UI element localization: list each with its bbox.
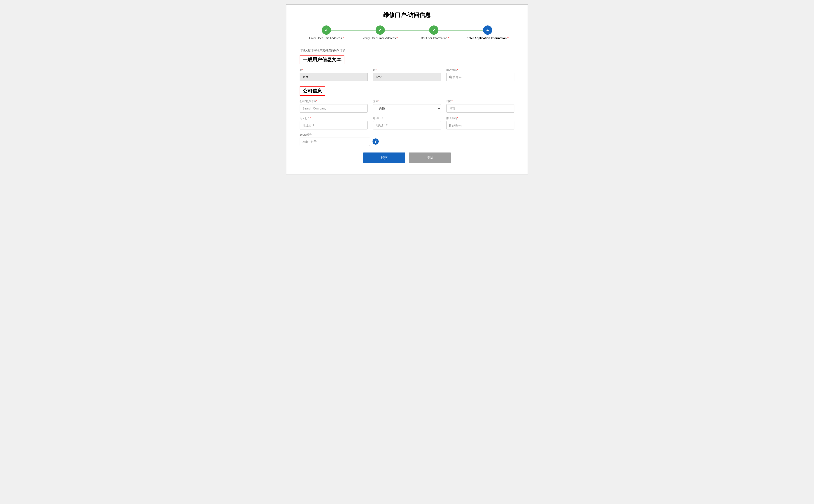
- address1-group: 地址行 1*: [300, 117, 368, 129]
- address2-input[interactable]: [373, 121, 441, 129]
- first-name-label: 名*: [300, 68, 368, 72]
- address1-input[interactable]: [300, 121, 368, 129]
- step2-checkmark: ✓: [378, 27, 382, 33]
- section-general-user-info: 一般用户信息文本 名* 姓* 电话号码*: [300, 55, 514, 81]
- step3-circle: ✓: [429, 25, 438, 35]
- step1-checkmark: ✓: [325, 27, 328, 33]
- country-select[interactable]: - 选择-: [373, 104, 441, 113]
- phone-label: 电话号码*: [446, 68, 514, 72]
- country-label: 国家*: [373, 100, 441, 103]
- phone-input[interactable]: [446, 73, 514, 81]
- zebra-label: Zebra帐号: [300, 133, 370, 137]
- stepper-step-1: ✓ Enter User Email Address *: [300, 25, 353, 40]
- postal-input[interactable]: [446, 121, 514, 129]
- last-name-input[interactable]: [373, 73, 441, 81]
- step1-label: Enter User Email Address *: [309, 36, 344, 40]
- step3-checkmark: ✓: [432, 27, 436, 33]
- form-instruction: 请输入以下字段来支持您的访问请求: [300, 48, 514, 52]
- stepper-step-3: ✓ Enter User Information *: [407, 25, 461, 40]
- city-label: 城市*: [446, 100, 514, 103]
- first-name-input[interactable]: [300, 73, 368, 81]
- address1-label: 地址行 1*: [300, 117, 368, 120]
- address-row: 地址行 1* 地址行 2 邮政编码*: [300, 117, 514, 129]
- postal-label: 邮政编码*: [446, 117, 514, 120]
- stepper: ✓ Enter User Email Address * ✓ Verify Us…: [300, 25, 514, 40]
- step2-circle: ✓: [376, 25, 385, 35]
- zebra-row: Zebra帐号 ?: [300, 133, 514, 146]
- city-input[interactable]: [446, 104, 514, 113]
- step2-label: Verify User Email Address *: [363, 36, 398, 40]
- step1-circle: ✓: [322, 25, 331, 35]
- first-name-group: 名*: [300, 68, 368, 81]
- phone-group: 电话号码*: [446, 68, 514, 81]
- address2-label: 地址行 2: [373, 117, 441, 120]
- company-input[interactable]: [300, 104, 368, 113]
- section-company-info: 公司信息 公司/客户名称* 国家* - 选择- 城市*: [300, 86, 514, 146]
- page-title: 维修门户-访问信息: [300, 11, 514, 19]
- address2-group: 地址行 2: [373, 117, 441, 129]
- company-group: 公司/客户名称*: [300, 100, 368, 113]
- step3-label: Enter User Information *: [419, 36, 449, 40]
- button-row: 提交 清除: [300, 152, 514, 163]
- zebra-group: Zebra帐号: [300, 133, 370, 146]
- zebra-input[interactable]: [300, 138, 370, 146]
- company-label: 公司/客户名称*: [300, 100, 368, 103]
- stepper-step-4: 4 Enter Application Information *: [461, 25, 515, 40]
- page-wrapper: 维修门户-访问信息 ✓ Enter User Email Address * ✓…: [286, 4, 528, 174]
- submit-button[interactable]: 提交: [363, 152, 405, 163]
- section1-title: 一般用户信息文本: [300, 55, 344, 64]
- postal-group: 邮政编码*: [446, 117, 514, 129]
- company-country-city-row: 公司/客户名称* 国家* - 选择- 城市*: [300, 100, 514, 113]
- help-icon[interactable]: ?: [373, 138, 379, 145]
- last-name-label: 姓*: [373, 68, 441, 72]
- country-group: 国家* - 选择-: [373, 100, 441, 113]
- stepper-step-2: ✓ Verify User Email Address *: [353, 25, 407, 40]
- name-row: 名* 姓* 电话号码*: [300, 68, 514, 81]
- last-name-group: 姓*: [373, 68, 441, 81]
- section2-title: 公司信息: [300, 86, 325, 96]
- step4-label: Enter Application Information *: [466, 36, 508, 40]
- step4-circle: 4: [483, 25, 492, 35]
- clear-button[interactable]: 清除: [409, 152, 451, 163]
- city-group: 城市*: [446, 100, 514, 113]
